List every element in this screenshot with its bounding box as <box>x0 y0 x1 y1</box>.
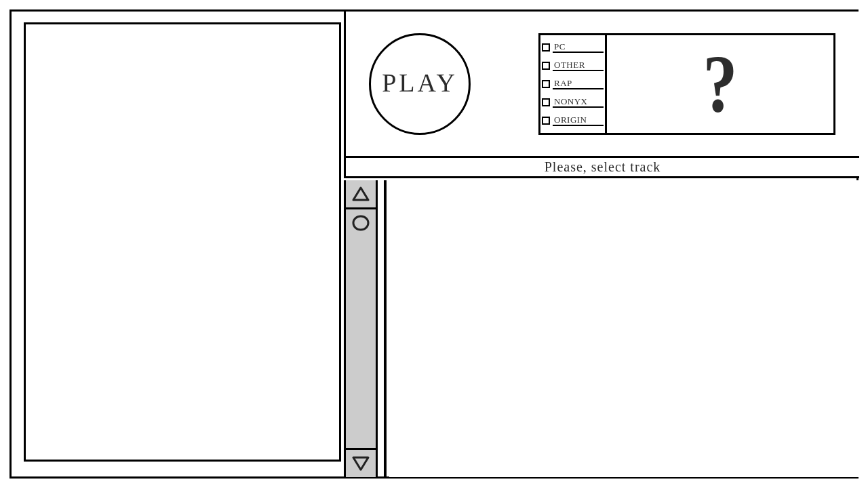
checkbox-icon <box>542 117 550 125</box>
filter-help-box: PC OTHER RAP NONYX ORIGIN <box>538 33 835 135</box>
app-frame: PLAY PC OTHER RAP NONYX <box>9 9 859 479</box>
status-message: Please, select track <box>545 159 661 175</box>
checkbox-icon <box>542 98 550 106</box>
vertical-separator <box>384 180 387 477</box>
svg-marker-0 <box>353 188 368 200</box>
filter-label: ORIGIN <box>553 115 604 126</box>
tracklist-panel[interactable] <box>389 180 859 477</box>
scroll-track[interactable] <box>346 207 376 450</box>
filter-item-other[interactable]: OTHER <box>542 57 604 75</box>
filter-list: PC OTHER RAP NONYX ORIGIN <box>540 35 607 133</box>
filter-item-rap[interactable]: RAP <box>542 75 604 93</box>
play-button-label: PLAY <box>382 68 458 98</box>
filter-item-pc[interactable]: PC <box>542 39 604 56</box>
checkbox-icon <box>542 62 550 70</box>
preview-panel <box>24 22 341 462</box>
scroll-up-button[interactable] <box>346 180 376 207</box>
filter-label: NONYX <box>553 97 604 108</box>
tracklist-scrollbar[interactable] <box>344 180 378 477</box>
help-icon[interactable]: ? <box>703 37 738 131</box>
svg-point-1 <box>353 216 368 230</box>
status-bar: Please, select track <box>344 158 859 178</box>
play-button[interactable]: PLAY <box>369 33 471 135</box>
svg-marker-2 <box>353 458 368 470</box>
filter-label: RAP <box>553 79 604 89</box>
scroll-down-button[interactable] <box>346 450 376 477</box>
triangle-up-icon <box>352 186 370 202</box>
checkbox-icon <box>542 43 550 52</box>
triangle-down-icon <box>352 455 370 472</box>
scroll-thumb[interactable] <box>346 209 376 237</box>
checkbox-icon <box>542 80 550 88</box>
filter-item-origin[interactable]: ORIGIN <box>542 112 604 129</box>
circle-icon <box>351 214 370 232</box>
filter-label: PC <box>553 42 604 53</box>
filter-label: OTHER <box>553 60 604 71</box>
help-panel: ? <box>607 35 833 133</box>
controls-panel: PLAY PC OTHER RAP NONYX <box>344 12 859 158</box>
filter-item-nonyx[interactable]: NONYX <box>542 94 604 111</box>
